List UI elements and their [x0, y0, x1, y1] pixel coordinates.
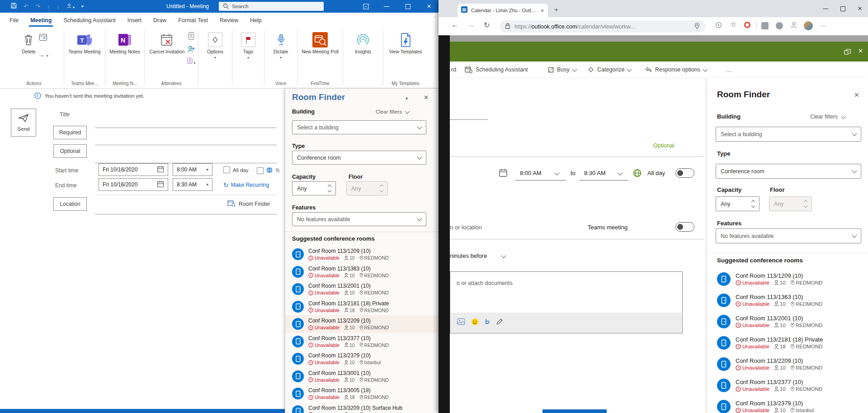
optional-button[interactable]: Optional — [53, 144, 87, 158]
ribbon-display-options-icon[interactable] — [362, 0, 370, 13]
room-finder-toggle-button[interactable]: Room Finder — [227, 199, 270, 209]
all-day-checkbox[interactable]: All day — [223, 166, 249, 173]
up-arrow-icon[interactable]: ↑ — [47, 3, 50, 10]
address-book-icon[interactable] — [188, 32, 195, 42]
maximize-button[interactable] — [404, 0, 412, 13]
make-recurring-link[interactable]: ↻Make Recurring — [223, 181, 269, 189]
location-button[interactable]: Location — [53, 197, 87, 211]
discard-button-fragment[interactable]: rd — [451, 62, 456, 78]
close-button[interactable]: ✕ — [425, 0, 433, 13]
optional-attendees-link[interactable]: Optional — [653, 142, 675, 149]
tab-review[interactable]: Review — [214, 14, 244, 28]
popout-icon[interactable] — [844, 48, 851, 57]
back-icon[interactable]: ← — [451, 21, 458, 29]
timezone-globe-icon[interactable] — [633, 169, 642, 179]
tags-button[interactable]: Tags ▾ — [239, 28, 258, 81]
share-extension-icon[interactable] — [761, 22, 769, 31]
room-list-item[interactable]: Conf Room 113/1363 (10) Unavailable 10 R… — [707, 290, 868, 311]
meeting-notes-button[interactable]: N Meeting Notes — [107, 28, 142, 81]
pen-icon[interactable] — [496, 318, 503, 327]
contact-icon[interactable]: ▾ — [66, 2, 75, 10]
location-input-fragment[interactable]: n or location — [450, 224, 482, 231]
room-list-item[interactable]: Conf Room 113/1209 (10) Unavailable 10 R… — [707, 268, 868, 290]
send-button[interactable]: Send — [11, 109, 36, 137]
insights-button[interactable]: Insights — [353, 28, 373, 81]
close-event-icon[interactable]: ✕ — [858, 47, 863, 54]
emoji-icon[interactable] — [471, 318, 479, 328]
favorites-star-icon[interactable]: ☆ — [730, 20, 736, 28]
more-options-icon[interactable]: … — [726, 62, 732, 78]
down-arrow-icon[interactable]: ↓ — [57, 3, 60, 10]
room-list-item[interactable]: Conf Room 113/3005 (18) Unavailable 18 R… — [285, 385, 439, 403]
building-dropdown[interactable]: Select a building — [292, 120, 426, 134]
type-dropdown[interactable]: Conference room — [292, 151, 426, 165]
view-templates-button[interactable]: View Templates — [387, 28, 424, 81]
dictate-button[interactable]: Dictate ▾ — [271, 28, 291, 81]
all-day-toggle[interactable] — [675, 168, 694, 178]
delete-button[interactable]: Delete — [19, 28, 38, 81]
room-list-item[interactable]: Conf Room 113/1363 (10) Unavailable 10 R… — [285, 263, 439, 281]
customize-qat-icon[interactable]: ▾ — [81, 4, 84, 9]
contact-card-icon[interactable]: ▾ — [187, 57, 195, 66]
room-list-item[interactable]: Conf Room 113/1209 (10) Unavailable 10 R… — [285, 246, 439, 263]
description-editor[interactable]: n or attach documents — [450, 271, 683, 333]
browser-minimize-button[interactable]: — — [821, 2, 830, 15]
teams-meeting-button[interactable]: T Teams Meeting — [66, 28, 103, 81]
add-contact-icon[interactable] — [187, 45, 195, 54]
browser-maximize-button[interactable] — [838, 2, 847, 15]
save-icon[interactable] — [11, 2, 17, 10]
features-dropdown[interactable]: No features available — [292, 212, 426, 226]
room-list-item[interactable]: Conf Room 113/2181 (18) Private Unavaila… — [285, 298, 439, 316]
browser-close-button[interactable]: ✕ — [855, 2, 864, 15]
location-pin-icon[interactable] — [694, 23, 700, 30]
building-dropdown[interactable]: Select a building — [716, 127, 861, 142]
required-input[interactable] — [95, 145, 277, 145]
tab-scheduling-assistant[interactable]: Scheduling Assistant — [57, 14, 121, 28]
spinner-arrows-icon[interactable] — [752, 200, 755, 207]
undo-icon[interactable]: ↶ — [24, 3, 28, 10]
tab-close-icon[interactable]: ✕ — [541, 8, 544, 13]
site-info-icon[interactable] — [715, 22, 722, 30]
time-zones-checkbox[interactable]: Ti — [257, 166, 279, 175]
scheduling-assistant-button[interactable]: Scheduling Assistant — [465, 62, 528, 78]
search-input[interactable]: Search — [219, 2, 324, 11]
room-list-item[interactable]: Conf Room 113/2377 (10) Unavailable 10 R… — [285, 333, 439, 351]
title-input[interactable] — [95, 128, 277, 128]
response-options-dropdown[interactable]: Response options — [645, 62, 707, 78]
reload-icon[interactable]: ↻ — [484, 21, 490, 29]
clear-filters-button[interactable]: Clear filters — [376, 109, 409, 114]
end-time-dropdown[interactable]: 8:30 AM — [584, 170, 606, 176]
required-button[interactable]: Required — [53, 126, 87, 139]
tab-format-text[interactable]: Format Text — [172, 14, 214, 28]
panel-menu-icon[interactable]: ▾ — [406, 96, 408, 101]
browser-menu-icon[interactable]: … — [820, 20, 826, 28]
panel-close-icon[interactable]: ✕ — [854, 91, 859, 99]
chevron-down-icon[interactable] — [618, 170, 623, 175]
features-dropdown[interactable]: No features available — [716, 228, 861, 243]
collections-extension-icon[interactable] — [776, 22, 783, 31]
room-list-item[interactable]: Conf Room 113/2379 (10) Unavailable 10 I… — [707, 396, 868, 413]
red-extension-icon[interactable] — [744, 22, 750, 28]
redo-icon[interactable]: ↷ — [35, 3, 40, 10]
reminder-dropdown-fragment[interactable]: ninutes before — [450, 252, 487, 259]
address-bar[interactable]: https://outlook.office.com/calendar/view… — [500, 20, 705, 33]
image-icon[interactable] — [457, 318, 466, 327]
minimize-button[interactable]: — — [382, 0, 391, 13]
capacity-spinner[interactable]: Any — [292, 181, 336, 195]
cancel-invitation-button[interactable]: Cancel Invitation — [147, 28, 187, 81]
draw-icon[interactable] — [484, 318, 491, 328]
categorize-dropdown[interactable]: Categorize — [588, 62, 631, 78]
tab-insert[interactable]: Insert — [122, 14, 147, 28]
chevron-down-icon[interactable] — [554, 170, 559, 175]
forward-icon[interactable]: → ▾ — [38, 51, 48, 58]
options-button[interactable]: Options ▾ — [205, 28, 226, 81]
start-date-picker[interactable]: Fri 10/16/2020 — [99, 163, 168, 176]
teams-meeting-toggle[interactable] — [675, 222, 694, 232]
room-list-item[interactable]: Conf Room 113/2209 (10) Unavailable 10 R… — [285, 315, 439, 333]
tab-meeting[interactable]: Meeting — [24, 14, 57, 28]
room-list-item[interactable]: Conf Room 113/2001 (10) Unavailable 10 R… — [707, 311, 868, 332]
new-meeting-poll-button[interactable]: New Meeting Poll — [299, 28, 341, 81]
room-list-item[interactable]: Conf Room 113/2209 (10) Unavailable 10 R… — [707, 353, 868, 375]
room-list-item[interactable]: Conf Room 113/2377 (10) Unavailable 10 R… — [707, 375, 868, 396]
start-time-dropdown[interactable]: 8:00 AM — [520, 170, 542, 176]
